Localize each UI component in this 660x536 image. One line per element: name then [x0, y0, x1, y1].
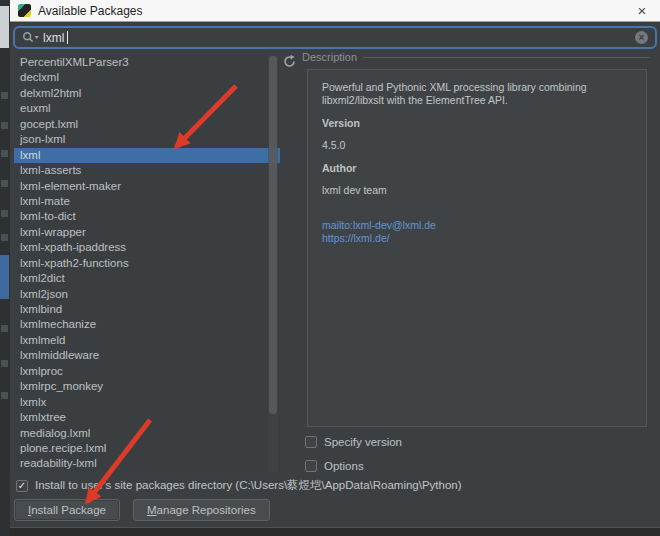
user-site-checkbox[interactable]: ✓ — [16, 480, 28, 492]
specify-version-label: Specify version — [324, 436, 402, 448]
manage-repositories-button[interactable]: Manage Repositories — [133, 499, 270, 521]
list-item[interactable]: delxml2html — [14, 86, 280, 101]
toolstrip-fragment — [1, 210, 8, 217]
user-site-label: Install to user's site packages director… — [35, 478, 462, 493]
toolstrip-fragment — [1, 92, 8, 99]
titled-border-line — [363, 57, 650, 58]
list-item[interactable]: lxmlmechanize — [14, 317, 280, 332]
version-value: 4.5.0 — [322, 139, 632, 152]
toolstrip-fragment — [1, 234, 8, 241]
package-summary: Powerful and Pythonic XML processing lib… — [322, 81, 632, 107]
author-label: Author — [322, 162, 632, 175]
toolstrip-fragment — [1, 360, 8, 367]
text-cursor — [67, 31, 68, 44]
homepage-link[interactable]: https://lxml.de/ — [322, 232, 632, 245]
screenshot-root: Available Packages × lxml × PercentilXML… — [0, 0, 660, 536]
list-item[interactable]: lxmlxtree — [14, 410, 280, 425]
list-item[interactable]: lxml-mate — [14, 194, 280, 209]
list-item[interactable]: lxmlx — [14, 395, 280, 410]
user-site-row: ✓ Install to user's site packages direct… — [16, 478, 462, 493]
version-label: Version — [322, 117, 632, 130]
options-label: Options — [324, 460, 364, 472]
search-query-text: lxml — [43, 31, 64, 45]
list-item[interactable]: euxml — [14, 101, 280, 116]
list-item[interactable]: lxml-asserts — [14, 163, 280, 178]
background-editor-fragment — [0, 6, 9, 48]
list-item[interactable]: lxml-to-dict — [14, 209, 280, 224]
toolstrip-fragment — [1, 180, 8, 187]
list-item[interactable]: readability-lxml — [14, 456, 280, 471]
available-packages-dialog: Available Packages × lxml × PercentilXML… — [10, 0, 660, 528]
dialog-buttons: Install Package Manage Repositories — [14, 499, 270, 521]
toolstrip-selected-fragment — [0, 255, 9, 299]
refresh-icon[interactable] — [282, 54, 297, 69]
specify-version-row: Specify version 4.5.0 ▾ — [305, 433, 402, 451]
close-icon[interactable]: × — [632, 3, 652, 18]
pycharm-icon — [18, 4, 31, 17]
list-item[interactable]: lxml — [14, 148, 280, 163]
search-options-arrow-icon — [35, 36, 40, 39]
description-panel: Powerful and Pythonic XML processing lib… — [307, 69, 647, 427]
toolstrip-fragment — [1, 122, 8, 129]
list-item[interactable]: json-lxml — [14, 132, 280, 147]
list-item[interactable]: lxmlbind — [14, 302, 280, 317]
package-links: mailto:lxml-dev@lxml.de https://lxml.de/ — [322, 219, 632, 245]
list-item[interactable]: lxml2json — [14, 287, 280, 302]
package-list[interactable]: PercentilXMLParser3declxmldelxml2htmleux… — [14, 55, 280, 472]
list-item[interactable]: medialog.lxml — [14, 426, 280, 441]
dialog-title: Available Packages — [38, 4, 143, 18]
search-icon — [22, 31, 40, 44]
clear-search-icon[interactable]: × — [635, 31, 648, 44]
mailto-link[interactable]: mailto:lxml-dev@lxml.de — [322, 219, 632, 232]
options-checkbox[interactable] — [305, 460, 317, 472]
list-item[interactable]: lxml-element-maker — [14, 179, 280, 194]
list-item[interactable]: plone.recipe.lxml — [14, 441, 280, 456]
list-item[interactable]: lxmlmeld — [14, 333, 280, 348]
install-package-button[interactable]: Install Package — [14, 499, 120, 521]
description-group-header: Description — [302, 51, 650, 63]
description-label: Description — [302, 51, 357, 63]
list-item[interactable]: lxml2dict — [14, 271, 280, 286]
toolstrip-fragment — [1, 150, 8, 157]
list-item[interactable]: gocept.lxml — [14, 117, 280, 132]
toolstrip-fragment — [1, 325, 8, 332]
search-input[interactable]: lxml × — [13, 26, 657, 49]
list-item[interactable]: lxml-xpath2-functions — [14, 256, 280, 271]
list-item[interactable]: lxmlrpc_monkey — [14, 379, 280, 394]
options-row: Options — [305, 457, 364, 475]
list-item[interactable]: lxml-wrapper — [14, 225, 280, 240]
list-item[interactable]: declxml — [14, 70, 280, 85]
specify-version-checkbox[interactable] — [305, 436, 317, 448]
list-item[interactable]: lxmlmiddleware — [14, 348, 280, 363]
author-value: lxml dev team — [322, 184, 632, 197]
list-item[interactable]: lxml-xpath-ipaddress — [14, 240, 280, 255]
scrollbar-thumb[interactable] — [269, 56, 277, 414]
list-item[interactable]: lxmlproc — [14, 364, 280, 379]
toolstrip-fragment — [1, 392, 8, 399]
background-ide-strip — [0, 0, 10, 536]
list-item[interactable]: PercentilXMLParser3 — [14, 55, 280, 70]
list-scrollbar[interactable] — [268, 55, 278, 472]
dialog-titlebar: Available Packages × — [10, 0, 660, 22]
